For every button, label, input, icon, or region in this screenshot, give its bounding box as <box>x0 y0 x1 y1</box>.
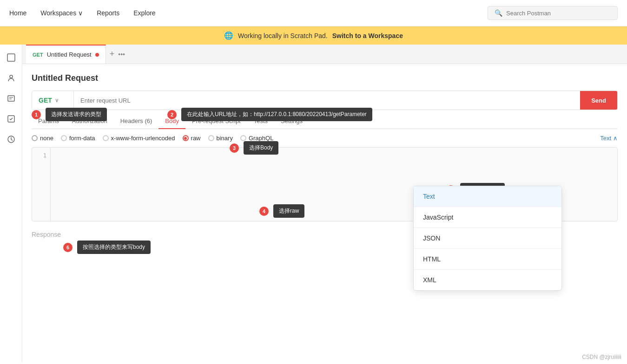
banner-text: Working locally in Scratch Pad. <box>238 32 328 39</box>
format-dropdown: Text JavaScript JSON HTML XML <box>413 186 562 291</box>
dropdown-item-json[interactable]: JSON <box>414 228 561 249</box>
search-icon: 🔍 <box>495 9 502 17</box>
send-button[interactable]: Send <box>580 91 617 110</box>
tab-body[interactable]: Body <box>158 114 185 129</box>
request-title: Untitled Request <box>32 73 618 83</box>
add-tab-icon[interactable]: + <box>110 49 115 59</box>
text-type-button[interactable]: Text ∧ <box>600 135 618 142</box>
tab-add-button[interactable]: + ••• <box>110 45 125 64</box>
tab-bar: GET Untitled Request + ••• <box>22 45 627 64</box>
sidebar-icon-environments[interactable] <box>3 110 20 127</box>
nav-workspaces[interactable]: Workspaces ∨ <box>40 7 83 19</box>
top-nav: Home Workspaces ∨ Reports Explore 🔍 <box>0 0 627 26</box>
text-type-chevron-icon: ∧ <box>613 135 618 142</box>
line-number-1: 1 <box>36 152 46 159</box>
option-formdata[interactable]: form-data <box>61 135 95 142</box>
tab-tests[interactable]: Tests <box>247 114 274 129</box>
url-row: GET ∨ Send <box>32 91 618 110</box>
response-label: Response <box>32 231 61 238</box>
label-urlencoded: x-www-form-urlencoded <box>111 135 175 142</box>
nav-reports[interactable]: Reports <box>97 7 119 19</box>
banner: 🌐 Working locally in Scratch Pad. Switch… <box>0 26 627 45</box>
radio-formdata <box>61 135 67 141</box>
line-numbers: 1 <box>32 148 51 221</box>
option-binary[interactable]: binary <box>208 135 233 142</box>
request-tab[interactable]: GET Untitled Request <box>26 45 106 64</box>
option-none[interactable]: none <box>32 135 53 142</box>
label-raw: raw <box>191 135 201 142</box>
nav-explore[interactable]: Explore <box>133 7 155 19</box>
sidebar <box>0 45 22 363</box>
svg-rect-0 <box>7 54 15 61</box>
more-options-icon[interactable]: ••• <box>118 51 125 58</box>
svg-point-1 <box>10 75 13 78</box>
option-urlencoded[interactable]: x-www-form-urlencoded <box>103 135 175 142</box>
request-area: Untitled Request GET ∨ Send <box>22 64 627 110</box>
option-graphql[interactable]: GraphQL <box>240 135 273 142</box>
nav-home[interactable]: Home <box>9 7 26 19</box>
tab-title: Untitled Request <box>47 51 92 58</box>
method-select[interactable]: GET ∨ <box>32 91 74 110</box>
sidebar-icon-team[interactable] <box>3 70 20 86</box>
chevron-down-icon: ∨ <box>78 9 83 17</box>
radio-urlencoded <box>103 135 109 141</box>
label-none: none <box>40 135 53 142</box>
radio-binary <box>208 135 214 141</box>
label-graphql: GraphQL <box>249 135 273 142</box>
label-binary: binary <box>217 135 233 142</box>
watermark: CSDN @zjruiiiiii <box>582 354 621 360</box>
dropdown-item-html[interactable]: HTML <box>414 249 561 270</box>
body-options: none form-data x-www-form-urlencoded raw… <box>22 129 627 147</box>
sidebar-icon-history[interactable] <box>3 131 20 148</box>
radio-raw <box>183 135 189 141</box>
url-input[interactable] <box>74 91 580 110</box>
method-label: GET <box>39 97 52 104</box>
dropdown-item-javascript[interactable]: JavaScript <box>414 207 561 228</box>
tab-settings[interactable]: Settings <box>274 114 309 129</box>
radio-none <box>32 135 38 141</box>
option-raw[interactable]: raw <box>183 135 201 142</box>
switch-workspace-link[interactable]: Switch to a Workspace <box>332 32 403 39</box>
text-type-label: Text <box>600 135 611 142</box>
method-badge: GET <box>33 52 43 58</box>
dropdown-item-xml[interactable]: XML <box>414 270 561 290</box>
tab-authorization[interactable]: Authorization <box>66 114 114 129</box>
svg-rect-2 <box>8 96 14 101</box>
unsaved-dot <box>95 53 99 57</box>
request-tabs: Params Authorization Headers (6) Body Pr… <box>32 110 618 129</box>
tab-prerequest[interactable]: Pre-request Script <box>185 114 247 129</box>
search-bar[interactable]: 🔍 <box>488 6 618 20</box>
radio-graphql <box>240 135 246 141</box>
method-chevron-icon: ∨ <box>55 98 59 104</box>
dropdown-item-text[interactable]: Text <box>414 186 561 207</box>
label-formdata: form-data <box>69 135 95 142</box>
sidebar-icon-new[interactable] <box>3 49 20 66</box>
cloud-icon: 🌐 <box>224 31 233 40</box>
sidebar-icon-collections[interactable] <box>3 90 20 107</box>
search-input[interactable] <box>506 10 611 17</box>
tab-headers[interactable]: Headers (6) <box>114 114 159 129</box>
tab-params[interactable]: Params <box>32 114 66 129</box>
